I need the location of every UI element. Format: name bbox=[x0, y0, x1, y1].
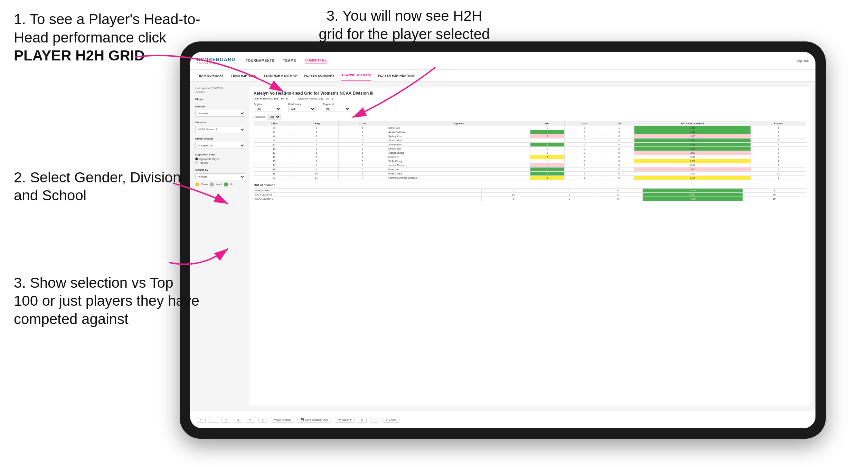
legend-up-dot bbox=[224, 182, 228, 187]
opponents-label: Opponents: (All) bbox=[254, 114, 806, 120]
toolbar-layout2[interactable]: ⬚ bbox=[370, 417, 379, 423]
table-row: Alexis Sudjianto bbox=[387, 130, 530, 134]
table-row: 6 bbox=[751, 176, 806, 180]
main-content: Last Updated: 27/03/2024 16:55:38 Player… bbox=[190, 82, 815, 411]
table-row: 9.267 bbox=[642, 193, 743, 197]
table-row: 0 bbox=[545, 193, 594, 197]
table-row: 0 bbox=[604, 143, 634, 147]
table-row: 0 bbox=[564, 143, 604, 147]
subnav-player-h2h-heatmap[interactable]: PLAYER H2H HEATMAP bbox=[378, 70, 415, 81]
toolbar-layout1[interactable]: ⊞ bbox=[358, 417, 367, 423]
instruction-1: 1. To see a Player's Head-to-Head perfor… bbox=[14, 10, 200, 65]
table-row: 1 bbox=[564, 172, 604, 176]
table-row: 1 bbox=[530, 163, 564, 168]
table-row: 3.67 bbox=[634, 139, 751, 143]
records-row: Overall Record: 353 - 34 - 6 Division Re… bbox=[254, 97, 806, 100]
toolbar-save-custom-view[interactable]: 💾 Save Custom View bbox=[298, 417, 331, 423]
region-filter-group: Region (All) bbox=[254, 103, 281, 112]
region-select[interactable]: (All) bbox=[254, 106, 281, 112]
toolbar-share[interactable]: ⇧ Share bbox=[383, 417, 399, 423]
legend-level-label: Level bbox=[216, 183, 222, 185]
table-row: 0 bbox=[564, 130, 604, 134]
conference-filter-group: Conference (All) bbox=[288, 103, 316, 112]
conference-select[interactable]: (All) bbox=[288, 106, 316, 112]
conference-group-label: Conference bbox=[288, 103, 316, 105]
table-row: 5 bbox=[482, 197, 545, 201]
table-row: 2 bbox=[294, 130, 339, 134]
subnav-team-h2h-heatmap[interactable]: TEAM H2H HEATMAP bbox=[264, 70, 297, 81]
table-row: 9 bbox=[254, 139, 294, 143]
table-row: 2 bbox=[530, 176, 564, 180]
opponent-select[interactable]: (All) bbox=[323, 106, 350, 112]
instruction-1-bold: PLAYER H2H GRID bbox=[14, 47, 145, 64]
table-row: 1.25 bbox=[634, 159, 751, 163]
toolbar-grid[interactable]: ⊡ bbox=[234, 417, 242, 423]
table-row: 1 bbox=[564, 176, 604, 180]
table-row: 6 bbox=[338, 172, 387, 176]
table-row: 2 bbox=[338, 168, 387, 172]
nav-committee[interactable]: COMMITTEE bbox=[305, 57, 327, 64]
table-row: 14 bbox=[254, 155, 294, 159]
subnav-player-h2h-grid[interactable]: PLAYER H2H GRID bbox=[341, 70, 371, 81]
table-row: 6 bbox=[254, 134, 294, 139]
subnav-player-summary[interactable]: PLAYER SUMMARY bbox=[304, 70, 335, 81]
table-row: 3 bbox=[338, 143, 387, 147]
sub-nav: TEAM SUMMARY TEAM H2H GRID TEAM H2H HEAT… bbox=[190, 70, 815, 82]
table-row: 0 bbox=[604, 151, 634, 155]
instruction-2: 2. Select Gender, Division and School bbox=[14, 169, 200, 205]
instruction-2-text: 2. Select Gender, Division and School bbox=[14, 169, 200, 205]
table-row: Jessica Mason bbox=[387, 163, 530, 168]
table-row: 1 bbox=[564, 134, 604, 139]
th-loss: Loss bbox=[564, 121, 604, 126]
table-row: Sharon Mun bbox=[387, 139, 530, 143]
table-row: 0 bbox=[594, 193, 642, 197]
th-opponent: Opponent bbox=[387, 121, 530, 126]
table-row: 30 bbox=[743, 193, 806, 197]
table-row: 2 bbox=[751, 168, 806, 172]
th-reg: # Reg bbox=[294, 121, 339, 126]
table-row: 11 bbox=[254, 147, 294, 151]
table-row: 1 bbox=[530, 126, 564, 130]
table-row: 0 bbox=[564, 168, 604, 172]
toolbar-view-original[interactable]: View: Original bbox=[271, 417, 294, 423]
table-row: 1 bbox=[530, 139, 564, 143]
page-title: Katelyn Vo Head-to-Head Grid for Women's… bbox=[254, 91, 806, 96]
sign-out-link[interactable]: Sign out bbox=[797, 59, 809, 63]
table-row: 18 bbox=[254, 168, 294, 172]
table-row: 4.00 bbox=[634, 130, 751, 134]
table-row: 2 bbox=[530, 143, 564, 147]
table-row: 7 bbox=[338, 176, 387, 180]
table-row: 0 bbox=[564, 151, 604, 155]
table-row: 11 bbox=[294, 176, 339, 180]
table-row: Andrea York bbox=[387, 143, 530, 147]
table-row: 7 bbox=[294, 155, 339, 159]
table-row: 0 bbox=[530, 134, 564, 139]
division-record: Division Record: 331 - 34 - 6 bbox=[298, 97, 333, 100]
table-row: 3 bbox=[338, 163, 387, 168]
toolbar-redo[interactable]: ↪ bbox=[221, 417, 230, 423]
table-row: 0 bbox=[604, 163, 634, 168]
table-row: 0 bbox=[604, 147, 634, 151]
tablet-frame: SCOREBOARD Powered by clippd TOURNAMENTS… bbox=[180, 41, 826, 439]
toolbar-timer[interactable]: ⏱ bbox=[258, 417, 267, 423]
opponents-dropdown[interactable]: (All) bbox=[267, 114, 281, 120]
table-row: 4 bbox=[338, 139, 387, 143]
table-row: 0 bbox=[564, 139, 604, 143]
nav-tournaments[interactable]: TOURNAMENTS bbox=[246, 57, 274, 64]
table-row: 1 bbox=[338, 126, 387, 130]
table-row: 2 bbox=[743, 189, 806, 193]
table-row: 0 bbox=[604, 155, 634, 159]
opponent-group-label: Opponent bbox=[323, 103, 350, 105]
th-rounds: Rounds bbox=[751, 121, 806, 126]
nav-teams[interactable]: TEAMS bbox=[283, 57, 296, 64]
tablet-screen: SCOREBOARD Powered by clippd TOURNAMENTS… bbox=[190, 52, 815, 428]
table-row: 1 bbox=[482, 189, 545, 193]
instruction-3b: 3. You will now see H2H grid for the pla… bbox=[318, 7, 491, 43]
table-row: 2 bbox=[564, 155, 604, 159]
table-row: 4.500 bbox=[642, 189, 743, 193]
toolbar-refresh[interactable]: ↺· bbox=[246, 417, 255, 423]
table-row: 10 bbox=[743, 197, 806, 201]
subnav-team-h2h-grid[interactable]: TEAM H2H GRID bbox=[231, 70, 257, 81]
toolbar-watch[interactable]: 👁 Watch ▾ bbox=[335, 417, 355, 423]
table-row: 1 bbox=[338, 151, 387, 155]
